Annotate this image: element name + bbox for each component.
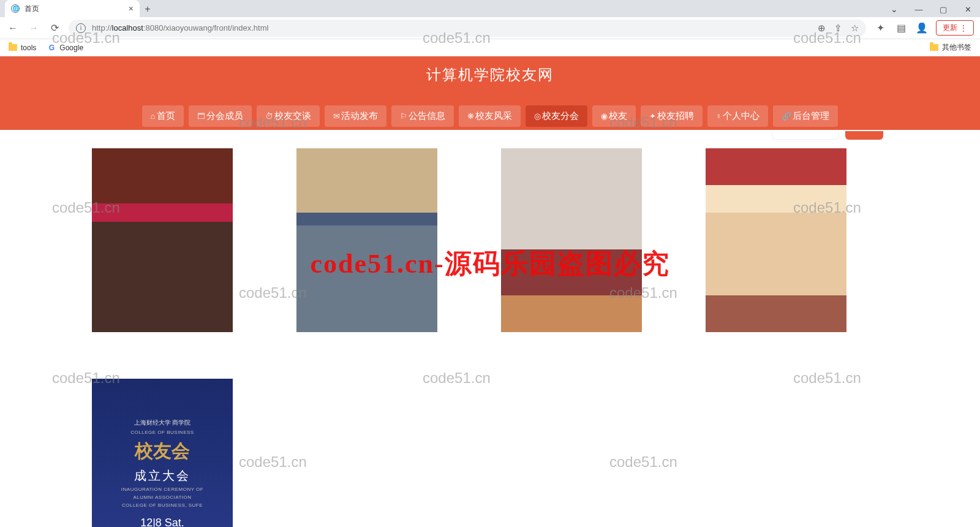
site-title: 计算机学院校友网	[0, 65, 980, 85]
nav-item-0[interactable]: ⌂首页	[142, 105, 184, 127]
nav-item-9[interactable]: ♀个人中心	[707, 105, 769, 127]
search-area	[772, 131, 883, 140]
bookmark-other[interactable]: 其他书签	[930, 42, 971, 53]
browser-toolbar: ← → ⟳ i http://localhost:8080/xiaoyouwan…	[0, 17, 980, 39]
nav-icon: ◉	[601, 112, 608, 121]
page-header: 计算机学院校友网 ⌂首页🗔分会成员⏱校友交谈✉活动发布⚐公告信息❋校友风采◎校友…	[0, 56, 980, 130]
new-tab-button[interactable]: +	[140, 1, 156, 17]
nav-item-4[interactable]: ⚐公告信息	[391, 105, 454, 127]
nav-label: 首页	[157, 110, 175, 122]
browser-tab-strip: 🌐 首页 × +	[0, 0, 980, 17]
search-button[interactable]	[845, 131, 883, 140]
nav-label: 个人中心	[723, 110, 760, 122]
branch-card[interactable]	[296, 148, 437, 332]
extensions-icon[interactable]: ✦	[873, 21, 887, 35]
back-button[interactable]: ←	[6, 21, 20, 35]
branch-card[interactable]: 上海财经大学 商学院 COLLEGE OF BUSINESS 校友会 成立大会 …	[92, 379, 233, 527]
nav-label: 校友风采	[475, 110, 512, 122]
share-icon[interactable]: ⇪	[834, 23, 842, 34]
card-image	[706, 148, 846, 332]
nav-item-3[interactable]: ✉活动发布	[325, 105, 386, 127]
bookmark-tools[interactable]: tools	[9, 44, 36, 52]
nav-icon: ⚐	[400, 112, 407, 121]
nav-label: 校友交谈	[274, 110, 311, 122]
nav-icon: ◎	[534, 112, 541, 121]
globe-icon: 🌐	[11, 4, 20, 13]
search-input[interactable]	[772, 131, 839, 140]
nav-item-6[interactable]: ◎校友分会	[526, 105, 587, 127]
google-icon: G	[47, 44, 56, 52]
profile-icon[interactable]: 👤	[915, 21, 929, 35]
card-image: 上海财经大学 商学院 COLLEGE OF BUSINESS 校友会 成立大会 …	[92, 379, 233, 527]
card-image	[296, 148, 437, 332]
branch-card[interactable]	[706, 148, 846, 332]
nav-icon: ⌂	[151, 112, 156, 121]
nav-item-8[interactable]: ✦校友招聘	[641, 105, 703, 127]
nav-icon: ✉	[333, 112, 340, 121]
nav-item-2[interactable]: ⏱校友交谈	[257, 105, 320, 127]
card-image	[501, 148, 642, 332]
main-nav: ⌂首页🗔分会成员⏱校友交谈✉活动发布⚐公告信息❋校友风采◎校友分会◉校友✦校友招…	[0, 105, 980, 127]
nav-icon: 🗔	[197, 112, 205, 121]
bookmark-google[interactable]: GGoogle	[47, 44, 83, 52]
nav-label: 分会成员	[206, 110, 243, 122]
folder-icon	[9, 44, 17, 51]
forward-button[interactable]: →	[27, 21, 40, 35]
card-grid: 上海财经大学 商学院 COLLEGE OF BUSINESS 校友会 成立大会 …	[92, 148, 888, 527]
side-panel-icon[interactable]: ▤	[894, 21, 908, 35]
nav-icon: ⏱	[265, 112, 273, 121]
nav-label: 公告信息	[409, 110, 445, 122]
nav-label: 校友	[609, 110, 627, 122]
browser-tab[interactable]: 🌐 首页 ×	[5, 0, 140, 17]
bookmarks-bar: tools GGoogle 其他书签	[0, 39, 980, 56]
close-icon[interactable]: ×	[129, 4, 134, 13]
nav-item-1[interactable]: 🗔分会成员	[189, 105, 252, 127]
minimize-button[interactable]: —	[907, 1, 931, 17]
folder-icon	[930, 44, 938, 51]
nav-label: 后台管理	[793, 110, 829, 122]
nav-icon: ✦	[649, 112, 656, 121]
branch-card[interactable]	[92, 148, 233, 332]
address-bar[interactable]: i http://localhost:8080/xiaoyouwang/fron…	[69, 20, 866, 37]
nav-label: 活动发布	[341, 110, 378, 122]
reload-button[interactable]: ⟳	[48, 21, 61, 35]
chevron-down-icon[interactable]: ⌄	[882, 1, 907, 17]
content-area: 上海财经大学 商学院 COLLEGE OF BUSINESS 校友会 成立大会 …	[0, 130, 980, 527]
window-controls: ⌄ — ▢ ✕	[882, 1, 980, 17]
nav-label: 校友招聘	[657, 110, 694, 122]
nav-icon: ❋	[467, 112, 474, 121]
bookmark-star-icon[interactable]: ☆	[851, 23, 859, 34]
nav-item-7[interactable]: ◉校友	[592, 105, 636, 127]
nav-item-10[interactable]: 🔗后台管理	[773, 105, 838, 127]
close-window-button[interactable]: ✕	[956, 1, 980, 17]
info-icon[interactable]: i	[76, 23, 86, 33]
branch-card[interactable]	[501, 148, 642, 332]
zoom-icon[interactable]: ⊕	[818, 23, 826, 34]
nav-icon: ♀	[716, 112, 722, 121]
nav-label: 校友分会	[542, 110, 579, 122]
nav-icon: 🔗	[782, 112, 791, 121]
update-button[interactable]: 更新⋮	[936, 20, 974, 36]
maximize-button[interactable]: ▢	[931, 1, 956, 17]
url-text: http://localhost:8080/xiaoyouwang/front/…	[92, 23, 268, 32]
nav-item-5[interactable]: ❋校友风采	[459, 105, 521, 127]
card-image	[92, 148, 233, 332]
tab-title: 首页	[24, 4, 39, 14]
